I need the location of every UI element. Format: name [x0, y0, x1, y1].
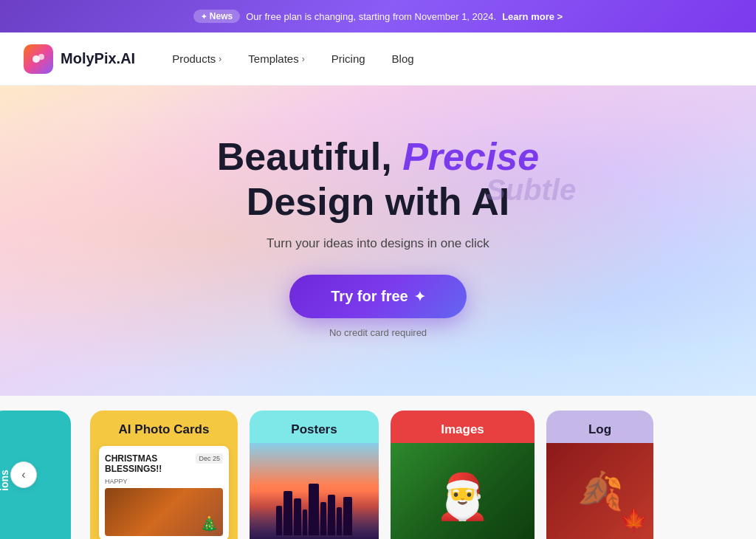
- no-credit-card-text: No credit card required: [217, 327, 539, 338]
- xmas-title: CHRISTMASBLESSINGS!!: [105, 453, 162, 475]
- nav-items: Products › Templates › Pricing Blog: [172, 52, 413, 65]
- hero-title-animated: Subtle: [486, 174, 576, 206]
- hero-title-line1: Beautiful, Precise: [217, 136, 539, 178]
- hero-section: Beautiful, Precise Design with AI Subtle…: [0, 86, 756, 396]
- carousel-prev-button[interactable]: ‹: [10, 461, 37, 488]
- banner-message: Our free plan is changing, starting from…: [246, 11, 496, 22]
- city-silhouette: [250, 484, 379, 535]
- xmas-date: Dec 25: [196, 453, 223, 464]
- logo-preview: 🍂: [546, 443, 653, 539]
- santa-preview: 🎅: [391, 443, 535, 539]
- hero-title-precise: Precise: [402, 135, 539, 178]
- poster-preview: [250, 443, 379, 539]
- card-posters[interactable]: Posters: [250, 411, 379, 539]
- card-images[interactable]: Images 🎅: [391, 411, 535, 539]
- card-red-label: Images: [391, 411, 535, 443]
- nav-products[interactable]: Products ›: [172, 52, 221, 65]
- xmas-happy: HAPPY: [105, 478, 223, 485]
- nav-pricing[interactable]: Pricing: [331, 52, 365, 65]
- logo-text: MolyPix.AI: [61, 50, 135, 67]
- hero-subtitle: Turn your ideas into designs in one clic…: [217, 236, 539, 251]
- xmas-image: [105, 488, 223, 536]
- logo-icon: [24, 44, 53, 74]
- cards-container: ions AI Photo Cards CHRISTMASBLESSINGS!!…: [0, 396, 756, 539]
- card-logo[interactable]: Log 🍂: [546, 411, 653, 539]
- learn-more-link[interactable]: Learn more >: [502, 11, 563, 22]
- templates-arrow: ›: [302, 54, 305, 64]
- card-lavender-label: Log: [546, 411, 653, 443]
- nav-templates[interactable]: Templates ›: [248, 52, 304, 65]
- hero-title-line2: Design with AI Subtle: [217, 181, 539, 223]
- svg-point-1: [38, 54, 44, 60]
- try-for-free-button[interactable]: Try for free ✦: [289, 275, 466, 318]
- card-photo-cards[interactable]: AI Photo Cards CHRISTMASBLESSINGS!! Dec …: [90, 411, 238, 539]
- card-yellow-label: AI Photo Cards: [90, 411, 238, 443]
- xmas-card-preview: CHRISTMASBLESSINGS!! Dec 25 HAPPY: [99, 446, 229, 539]
- top-banner: News Our free plan is changing, starting…: [0, 0, 756, 32]
- nav-blog[interactable]: Blog: [392, 52, 414, 65]
- sparkle-icon: ✦: [414, 289, 425, 305]
- logo[interactable]: MolyPix.AI: [24, 44, 135, 74]
- try-btn-label: Try for free: [331, 288, 408, 305]
- navbar: MolyPix.AI Products › Templates › Pricin…: [0, 32, 756, 86]
- cards-section: ‹ ions AI Photo Cards CHRISTMASBLESSINGS…: [0, 396, 756, 539]
- products-arrow: ›: [219, 54, 221, 64]
- news-badge: News: [193, 10, 240, 23]
- card-mint-label: Posters: [250, 411, 379, 443]
- hero-content: Beautiful, Precise Design with AI Subtle…: [217, 136, 539, 338]
